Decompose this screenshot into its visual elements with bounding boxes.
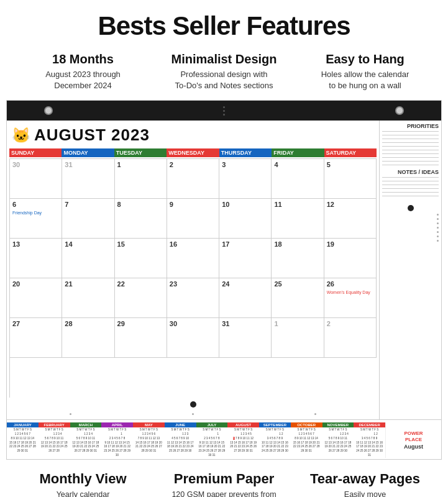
feature-18-months-desc: August 2023 throughDecember 2024 — [19, 69, 147, 91]
feature-premium-paper: Premium Paper 120 GSM paper prevents fro… — [153, 471, 295, 497]
feature-monthly-view-title: Monthly View — [17, 471, 149, 487]
hanger-dot-1 — [223, 106, 225, 108]
bottom-dot-3 — [314, 413, 316, 415]
hanger-dot-2 — [223, 110, 225, 112]
mini-month-label-may: MAY — [133, 422, 165, 427]
cal-cell-29: 29 — [115, 318, 167, 358]
mini-month-label-mar: MARCH — [70, 422, 102, 427]
cal-cell-2: 2 — [167, 159, 219, 199]
notes-line-3 — [382, 185, 439, 185]
sidebar-dot-v-4 — [437, 227, 439, 229]
cal-cell-30b: 30 — [167, 318, 219, 358]
cal-cell-16: 16 — [167, 239, 219, 278]
mini-month-label-feb: FEBRUARY — [39, 422, 70, 427]
priority-line-9 — [382, 161, 439, 162]
feature-tearaway-title: Tear-away Pages — [299, 471, 431, 487]
mini-month-mar: MARCH S M T W T F S 1 2 3 4 5 6 7 8 9 10… — [70, 422, 102, 457]
cal-cell-13: 13 — [10, 239, 62, 278]
calendar-sidebar: PRIORITIES NOTES / IDEAS — [379, 121, 441, 419]
hanger-bar — [7, 101, 441, 121]
day-name-saturday: SATURDAY — [324, 148, 377, 157]
cal-cell-5: 5 — [324, 159, 377, 199]
notes-line-2 — [382, 181, 439, 181]
cal-cell-14: 14 — [62, 239, 114, 278]
notes-label: NOTES / IDEAS — [382, 169, 439, 175]
top-features-row: 18 Months August 2023 throughDecember 20… — [0, 47, 448, 100]
mini-month-sep: SEPTEMBER S M T W T F S 1 2 3 4 5 6 7 8 … — [259, 422, 291, 457]
notes-lines — [382, 177, 439, 196]
page-header: Bests Seller Features — [0, 0, 448, 47]
priority-line-8 — [382, 157, 439, 158]
priority-line-7 — [382, 153, 439, 154]
mini-month-feb: FEBRUARY S M T W T F S 1 2 3 4 5 6 7 8 9… — [39, 422, 70, 457]
notes-line-6 — [382, 196, 439, 196]
hanger-dot-3 — [223, 114, 225, 116]
bottom-dot-2 — [192, 413, 194, 415]
hanger-dots-center — [223, 106, 225, 116]
mini-month-oct: OCTOBER S M T W T F S 1 2 3 4 5 6 7 8 9 … — [291, 422, 322, 457]
priority-line-4 — [382, 142, 439, 143]
cal-cell-15: 15 — [115, 239, 167, 278]
mini-month-grid-jul: S M T W T F S 1 2 3 4 5 6 7 8 9 10 11 12… — [196, 428, 228, 457]
feature-tearaway-pages: Tear-away Pages Easily moveonto the next… — [295, 471, 436, 497]
cal-cell-8: 8 — [115, 199, 167, 239]
cal-cell-6: 6Friendship Day — [10, 199, 62, 239]
cal-cell-1-next: 1 — [272, 318, 324, 358]
notes-line-5 — [382, 192, 439, 193]
cal-cell-2-next: 2 — [324, 318, 377, 358]
sidebar-dot-v-3 — [437, 222, 439, 224]
bottom-features-row: Monthly View Yearly calendarat the botto… — [0, 460, 448, 497]
cal-cell-23: 23 — [167, 278, 219, 318]
mini-month-grid-aug: S M T W T F S 1 2 3 4 5 6 7 8 9 10 11 12… — [227, 428, 259, 454]
feature-18-months-title: 18 Months — [19, 52, 147, 66]
cal-cell-25: 25 — [272, 278, 324, 318]
calendar-week-1: 30 31 1 2 3 4 5 — [10, 159, 377, 199]
cal-cell-3: 3 — [219, 159, 272, 199]
calendar-main: 🐱 AUGUST 2023 SUNDAY MONDAY TUESDAY WEDN… — [7, 121, 441, 419]
mini-month-jul: JULY S M T W T F S 1 2 3 4 5 6 7 8 9 10 … — [196, 422, 228, 457]
hanger-hole-right — [395, 106, 404, 115]
calendar-day-names: SUNDAY MONDAY TUESDAY WEDNESDAY THURSDAY… — [9, 148, 377, 157]
mini-month-grid-jun: S M T W T F S 1 2 3 4 5 6 7 8 9 10 11 12… — [165, 428, 196, 454]
day-name-monday: MONDAY — [62, 148, 114, 157]
mini-month-grid-nov: S M T W T F S 1 2 3 4 5 6 7 8 9 10 11 12… — [322, 428, 354, 454]
cal-cell-19: 19 — [324, 239, 377, 278]
day-name-wednesday: WEDNESDAY — [167, 148, 219, 157]
cal-cell-20: 20 — [10, 278, 62, 318]
mini-month-label-jan: JANUARY — [7, 422, 39, 427]
mini-month-jun: JUNE S M T W T F S 1 2 3 4 5 6 7 8 9 10 … — [165, 422, 196, 457]
mini-month-grid-sep: S M T W T F S 1 2 3 4 5 6 7 8 9 10 11 12… — [259, 428, 291, 454]
feature-easy-hang-title: Easy to Hang — [301, 52, 429, 66]
notes-line-1 — [382, 177, 439, 178]
calendar-month-title: AUGUST 2023 — [34, 125, 150, 145]
cal-cell-1: 1 — [115, 159, 167, 199]
mini-month-grid-jan: S M T W T F S 1 2 3 4 5 6 7 8 9 10 11 12… — [7, 428, 39, 454]
cal-cell-17: 17 — [219, 239, 272, 278]
mini-month-apr: APRIL S M T W T F S 1 2 3 4 5 6 7 8 9 10… — [101, 422, 133, 457]
feature-monthly-view: Monthly View Yearly calendarat the botto… — [12, 471, 153, 497]
hanger-hole-left — [44, 106, 53, 115]
calendar-logo-icon: 🐱 — [12, 127, 30, 144]
feature-minimalist-title: Minimalist Design — [160, 52, 288, 66]
mini-month-label-oct: OCTOBER — [291, 422, 322, 427]
sidebar-dot-icon — [408, 205, 414, 211]
cal-cell-12: 12 — [324, 199, 377, 239]
sidebar-dot-v-1 — [437, 214, 439, 216]
cal-cell-4: 4 — [272, 159, 324, 199]
day-name-tuesday: TUESDAY — [114, 148, 167, 157]
cal-cell-18: 18 — [272, 239, 324, 278]
cal-cell-9: 9 — [167, 199, 219, 239]
calendar-week-3: 13 14 15 16 17 18 19 — [10, 239, 377, 278]
priorities-lines — [382, 131, 439, 165]
feature-18-months: 18 Months August 2023 throughDecember 20… — [12, 52, 153, 91]
mini-month-grid-dec: S M T W T F S 1 2 3 4 5 6 7 8 9 10 11 12… — [354, 428, 385, 457]
priority-line-3 — [382, 139, 439, 139]
sidebar-dot-v-7 — [437, 240, 439, 242]
cal-cell-22: 22 — [115, 278, 167, 318]
cal-cell-30: 30 — [10, 159, 62, 199]
calendar-bottom-dot — [9, 398, 377, 411]
sidebar-dots-vertical — [382, 214, 439, 417]
sidebar-dot-v-5 — [437, 231, 439, 233]
priority-line-1 — [382, 131, 439, 132]
cal-cell-10: 10 — [219, 199, 272, 239]
